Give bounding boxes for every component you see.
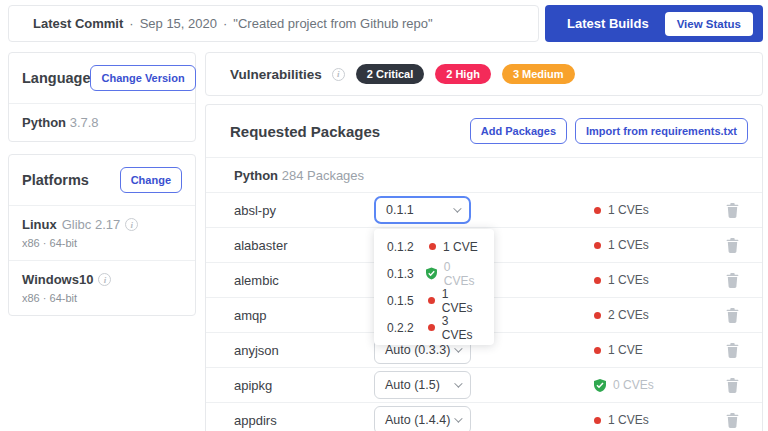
chevron-down-icon [454, 344, 462, 352]
commit-message: "Created project from Github repo" [233, 16, 432, 31]
shield-check-icon [594, 379, 606, 392]
latest-commit-label: Latest Commit [33, 16, 123, 31]
cve-dot-icon [428, 297, 435, 304]
content-area: Language Change Version Python 3.7.8 Pla… [8, 52, 763, 431]
platform-name: Linux [22, 217, 57, 232]
chevron-down-icon [454, 414, 462, 422]
trash-icon[interactable] [724, 378, 740, 393]
language-title: Language [22, 70, 90, 86]
cve-dot-icon [429, 243, 436, 250]
version-select[interactable]: Auto (1.4.4) [374, 406, 471, 431]
latest-builds-panel: Latest Builds View Status [545, 5, 763, 42]
latest-builds-title: Latest Builds [567, 16, 649, 31]
package-name: appdirs [234, 413, 374, 428]
trash-icon[interactable] [724, 343, 740, 358]
table-row: absl-py 0.1.1 0.1.2 1 CVE 0. [206, 192, 762, 227]
trash-icon[interactable] [724, 238, 740, 253]
platform-arch: x86 · 64-bit [22, 237, 182, 249]
info-icon[interactable]: i [98, 273, 111, 286]
trash-icon[interactable] [724, 308, 740, 323]
language-card: Language Change Version Python 3.7.8 [8, 52, 196, 142]
main-column: Vulnerabilities i 2 Critical 2 High 3 Me… [205, 52, 763, 431]
language-card-header: Language Change Version [9, 53, 195, 103]
sidebar: Language Change Version Python 3.7.8 Pla… [8, 52, 196, 316]
requested-packages-title: Requested Packages [230, 123, 462, 140]
platform-item-windows: Windows10 i x86 · 64-bit [9, 261, 195, 315]
platform-name: Windows10 [22, 272, 93, 287]
version-select[interactable]: Auto (1.5) [374, 371, 471, 399]
cve-indicator: 1 CVEs [594, 203, 660, 217]
cve-indicator: 2 CVEs [594, 308, 660, 322]
trash-icon[interactable] [724, 413, 740, 428]
trash-icon[interactable] [724, 273, 740, 288]
info-icon[interactable]: i [125, 218, 138, 231]
high-badge[interactable]: 2 High [435, 64, 491, 84]
cve-indicator: 1 CVEs [594, 238, 660, 252]
dropdown-option[interactable]: 0.2.2 3 CVEs [374, 314, 494, 341]
package-manager-page: Latest Commit · Sep 15, 2020 · "Created … [0, 0, 768, 431]
language-value: Python 3.7.8 [9, 104, 195, 141]
view-status-button[interactable]: View Status [665, 12, 753, 36]
dropdown-option[interactable]: 0.1.3 0 CVEs [374, 260, 494, 287]
section-language: Python [234, 168, 278, 183]
platforms-card-header: Platforms Change [9, 155, 195, 205]
requested-packages-header: Requested Packages Add Packages Import f… [206, 105, 762, 157]
change-version-button[interactable]: Change Version [90, 65, 195, 91]
medium-badge[interactable]: 3 Medium [502, 64, 575, 84]
package-name: apipkg [234, 378, 374, 393]
requested-packages-panel: Requested Packages Add Packages Import f… [205, 104, 763, 431]
platform-arch: x86 · 64-bit [22, 292, 182, 304]
package-name: alembic [234, 273, 374, 288]
cve-indicator: 1 CVEs [594, 413, 660, 427]
trash-icon[interactable] [724, 203, 740, 218]
change-platforms-button[interactable]: Change [120, 167, 182, 193]
shield-check-icon [426, 267, 437, 280]
package-name: alabaster [234, 238, 374, 253]
cve-dot-icon [594, 312, 601, 319]
chevron-down-icon [453, 204, 461, 212]
add-packages-button[interactable]: Add Packages [470, 118, 567, 144]
chevron-down-icon [454, 379, 462, 387]
cve-dot-icon [594, 242, 601, 249]
import-requirements-button[interactable]: Import from requirements.txt [575, 118, 748, 144]
cve-indicator: 1 CVEs [594, 273, 660, 287]
section-count: 284 Packages [282, 168, 364, 183]
vulnerabilities-bar: Vulnerabilities i 2 Critical 2 High 3 Me… [205, 52, 763, 96]
cve-dot-icon [428, 324, 435, 331]
platforms-card: Platforms Change Linux Glibc 2.17 i x86 … [8, 154, 196, 316]
dropdown-option[interactable]: 0.1.2 1 CVE [374, 233, 494, 260]
commit-date: Sep 15, 2020 [140, 16, 217, 31]
cve-dot-icon [594, 347, 601, 354]
language-section-row: Python 284 Packages [206, 157, 762, 192]
dropdown-option[interactable]: 0.1.5 1 CVEs [374, 287, 494, 314]
vulnerabilities-label: Vulnerabilities [230, 67, 322, 82]
cve-dot-icon [594, 207, 601, 214]
info-icon[interactable]: i [332, 68, 345, 81]
table-row: appdirs Auto (1.4.4) 1 CVEs [206, 402, 762, 431]
cve-indicator: 1 CVE [594, 343, 660, 357]
package-name: amqp [234, 308, 374, 323]
package-name: absl-py [234, 203, 374, 218]
version-dropdown-menu: 0.1.2 1 CVE 0.1.3 0 CVEs 0.1.5 1 CVEs [374, 229, 494, 345]
separator: · [223, 16, 227, 31]
separator: · [129, 16, 133, 31]
language-name: Python [22, 115, 66, 130]
critical-badge[interactable]: 2 Critical [356, 64, 424, 84]
top-bar: Latest Commit · Sep 15, 2020 · "Created … [8, 5, 763, 42]
cve-indicator: 0 CVEs [594, 378, 660, 392]
platform-detail: Glibc 2.17 [62, 217, 121, 232]
version-select[interactable]: 0.1.1 [374, 196, 471, 224]
language-version: 3.7.8 [70, 115, 99, 130]
package-name: anyjson [234, 343, 374, 358]
platform-item-linux: Linux Glibc 2.17 i x86 · 64-bit [9, 206, 195, 260]
table-row: apipkg Auto (1.5) 0 CVEs [206, 367, 762, 402]
platforms-title: Platforms [22, 172, 89, 188]
cve-dot-icon [594, 417, 601, 424]
latest-commit-bar: Latest Commit · Sep 15, 2020 · "Created … [8, 5, 539, 42]
cve-dot-icon [594, 277, 601, 284]
